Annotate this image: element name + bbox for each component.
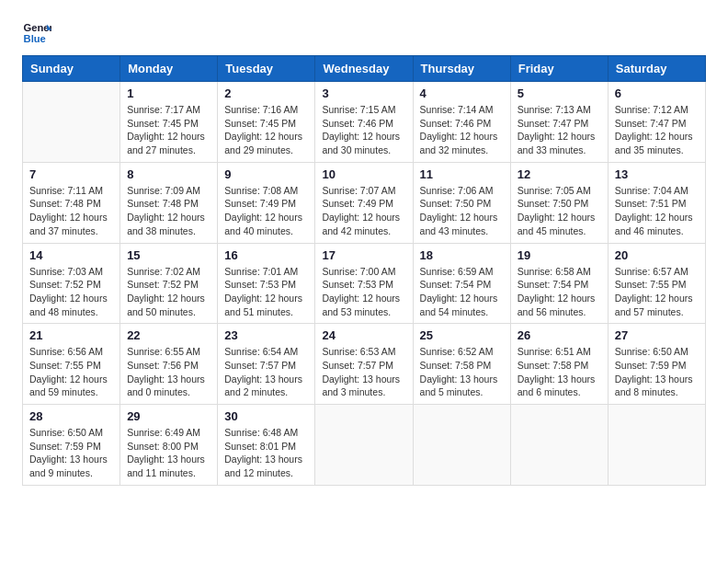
day-number: 5: [518, 86, 601, 100]
day-detail: Sunrise: 6:56 AM Sunset: 7:55 PM Dayligh…: [29, 345, 113, 399]
day-number: 13: [615, 167, 699, 181]
calendar-cell: 21Sunrise: 6:56 AM Sunset: 7:55 PM Dayli…: [23, 324, 120, 405]
calendar-cell: 29Sunrise: 6:49 AM Sunset: 8:00 PM Dayli…: [120, 405, 218, 486]
day-detail: Sunrise: 7:06 AM Sunset: 7:50 PM Dayligh…: [420, 184, 504, 238]
calendar-cell: [23, 82, 120, 163]
day-number: 17: [322, 248, 405, 262]
header: General Blue: [22, 18, 706, 48]
day-detail: Sunrise: 7:03 AM Sunset: 7:52 PM Dayligh…: [29, 265, 113, 319]
calendar-cell: 5Sunrise: 7:13 AM Sunset: 7:47 PM Daylig…: [510, 82, 608, 163]
day-number: 1: [127, 86, 210, 100]
calendar-cell: 15Sunrise: 7:02 AM Sunset: 7:52 PM Dayli…: [120, 243, 218, 324]
day-detail: Sunrise: 6:59 AM Sunset: 7:54 PM Dayligh…: [420, 265, 504, 319]
day-detail: Sunrise: 7:16 AM Sunset: 7:45 PM Dayligh…: [224, 103, 308, 157]
calendar-cell: 3Sunrise: 7:15 AM Sunset: 7:46 PM Daylig…: [315, 82, 413, 163]
calendar-week-row: 21Sunrise: 6:56 AM Sunset: 7:55 PM Dayli…: [23, 324, 706, 405]
day-number: 7: [29, 167, 113, 181]
day-detail: Sunrise: 7:14 AM Sunset: 7:46 PM Dayligh…: [420, 103, 504, 157]
day-number: 26: [518, 328, 601, 342]
weekday-header: Monday: [120, 56, 218, 82]
day-detail: Sunrise: 7:01 AM Sunset: 7:53 PM Dayligh…: [224, 265, 308, 319]
day-detail: Sunrise: 7:02 AM Sunset: 7:52 PM Dayligh…: [127, 265, 210, 319]
day-number: 28: [29, 409, 113, 423]
day-detail: Sunrise: 7:05 AM Sunset: 7:50 PM Dayligh…: [518, 184, 601, 238]
day-detail: Sunrise: 7:17 AM Sunset: 7:45 PM Dayligh…: [127, 103, 210, 157]
day-number: 4: [420, 86, 504, 100]
day-number: 10: [322, 167, 405, 181]
weekday-header: Friday: [510, 56, 608, 82]
day-detail: Sunrise: 7:00 AM Sunset: 7:53 PM Dayligh…: [322, 265, 405, 319]
calendar-cell: 22Sunrise: 6:55 AM Sunset: 7:56 PM Dayli…: [120, 324, 218, 405]
day-number: 23: [224, 328, 308, 342]
calendar: SundayMondayTuesdayWednesdayThursdayFrid…: [22, 55, 706, 486]
calendar-week-row: 1Sunrise: 7:17 AM Sunset: 7:45 PM Daylig…: [23, 82, 706, 163]
calendar-cell: 19Sunrise: 6:58 AM Sunset: 7:54 PM Dayli…: [510, 243, 608, 324]
calendar-cell: [413, 405, 510, 486]
day-detail: Sunrise: 6:58 AM Sunset: 7:54 PM Dayligh…: [518, 265, 601, 319]
day-number: 15: [127, 248, 210, 262]
day-detail: Sunrise: 6:57 AM Sunset: 7:55 PM Dayligh…: [615, 265, 699, 319]
day-detail: Sunrise: 7:08 AM Sunset: 7:49 PM Dayligh…: [224, 184, 308, 238]
day-number: 30: [224, 409, 308, 423]
weekday-header: Sunday: [23, 56, 120, 82]
calendar-cell: 1Sunrise: 7:17 AM Sunset: 7:45 PM Daylig…: [120, 82, 218, 163]
calendar-cell: 8Sunrise: 7:09 AM Sunset: 7:48 PM Daylig…: [120, 162, 218, 243]
day-detail: Sunrise: 6:48 AM Sunset: 8:01 PM Dayligh…: [224, 426, 308, 480]
calendar-cell: 12Sunrise: 7:05 AM Sunset: 7:50 PM Dayli…: [510, 162, 608, 243]
calendar-cell: 6Sunrise: 7:12 AM Sunset: 7:47 PM Daylig…: [608, 82, 705, 163]
calendar-cell: [510, 405, 608, 486]
calendar-cell: 26Sunrise: 6:51 AM Sunset: 7:58 PM Dayli…: [510, 324, 608, 405]
day-detail: Sunrise: 7:07 AM Sunset: 7:49 PM Dayligh…: [322, 184, 405, 238]
calendar-cell: 4Sunrise: 7:14 AM Sunset: 7:46 PM Daylig…: [413, 82, 510, 163]
day-detail: Sunrise: 6:50 AM Sunset: 7:59 PM Dayligh…: [615, 345, 699, 399]
calendar-cell: 14Sunrise: 7:03 AM Sunset: 7:52 PM Dayli…: [23, 243, 120, 324]
calendar-cell: 28Sunrise: 6:50 AM Sunset: 7:59 PM Dayli…: [23, 405, 120, 486]
day-number: 6: [615, 86, 699, 100]
day-number: 22: [127, 328, 210, 342]
calendar-cell: 17Sunrise: 7:00 AM Sunset: 7:53 PM Dayli…: [315, 243, 413, 324]
day-detail: Sunrise: 6:49 AM Sunset: 8:00 PM Dayligh…: [127, 426, 210, 480]
day-number: 11: [420, 167, 504, 181]
day-detail: Sunrise: 6:53 AM Sunset: 7:57 PM Dayligh…: [322, 345, 405, 399]
day-detail: Sunrise: 7:09 AM Sunset: 7:48 PM Dayligh…: [127, 184, 210, 238]
calendar-cell: [315, 405, 413, 486]
calendar-cell: 16Sunrise: 7:01 AM Sunset: 7:53 PM Dayli…: [218, 243, 315, 324]
day-number: 27: [615, 328, 699, 342]
weekday-header: Tuesday: [218, 56, 315, 82]
day-detail: Sunrise: 7:04 AM Sunset: 7:51 PM Dayligh…: [615, 184, 699, 238]
svg-text:Blue: Blue: [24, 33, 46, 44]
day-number: 21: [29, 328, 113, 342]
day-number: 29: [127, 409, 210, 423]
day-detail: Sunrise: 7:15 AM Sunset: 7:46 PM Dayligh…: [322, 103, 405, 157]
calendar-cell: 20Sunrise: 6:57 AM Sunset: 7:55 PM Dayli…: [608, 243, 705, 324]
day-number: 20: [615, 248, 699, 262]
calendar-week-row: 14Sunrise: 7:03 AM Sunset: 7:52 PM Dayli…: [23, 243, 706, 324]
day-detail: Sunrise: 7:13 AM Sunset: 7:47 PM Dayligh…: [518, 103, 601, 157]
day-detail: Sunrise: 7:12 AM Sunset: 7:47 PM Dayligh…: [615, 103, 699, 157]
weekday-header: Thursday: [413, 56, 510, 82]
day-detail: Sunrise: 6:50 AM Sunset: 7:59 PM Dayligh…: [29, 426, 113, 480]
weekday-header: Wednesday: [315, 56, 413, 82]
day-detail: Sunrise: 6:54 AM Sunset: 7:57 PM Dayligh…: [224, 345, 308, 399]
calendar-week-row: 7Sunrise: 7:11 AM Sunset: 7:48 PM Daylig…: [23, 162, 706, 243]
logo-icon: General Blue: [22, 18, 51, 48]
day-number: 25: [420, 328, 504, 342]
day-detail: Sunrise: 6:51 AM Sunset: 7:58 PM Dayligh…: [518, 345, 601, 399]
calendar-cell: 25Sunrise: 6:52 AM Sunset: 7:58 PM Dayli…: [413, 324, 510, 405]
day-number: 14: [29, 248, 113, 262]
day-number: 18: [420, 248, 504, 262]
calendar-cell: 27Sunrise: 6:50 AM Sunset: 7:59 PM Dayli…: [608, 324, 705, 405]
day-detail: Sunrise: 6:52 AM Sunset: 7:58 PM Dayligh…: [420, 345, 504, 399]
calendar-cell: 2Sunrise: 7:16 AM Sunset: 7:45 PM Daylig…: [218, 82, 315, 163]
calendar-cell: 10Sunrise: 7:07 AM Sunset: 7:49 PM Dayli…: [315, 162, 413, 243]
calendar-cell: 7Sunrise: 7:11 AM Sunset: 7:48 PM Daylig…: [23, 162, 120, 243]
calendar-cell: 11Sunrise: 7:06 AM Sunset: 7:50 PM Dayli…: [413, 162, 510, 243]
calendar-cell: 9Sunrise: 7:08 AM Sunset: 7:49 PM Daylig…: [218, 162, 315, 243]
calendar-cell: 30Sunrise: 6:48 AM Sunset: 8:01 PM Dayli…: [218, 405, 315, 486]
weekday-header: Saturday: [608, 56, 705, 82]
calendar-cell: 18Sunrise: 6:59 AM Sunset: 7:54 PM Dayli…: [413, 243, 510, 324]
day-number: 19: [518, 248, 601, 262]
day-number: 3: [322, 86, 405, 100]
day-number: 9: [224, 167, 308, 181]
day-number: 16: [224, 248, 308, 262]
